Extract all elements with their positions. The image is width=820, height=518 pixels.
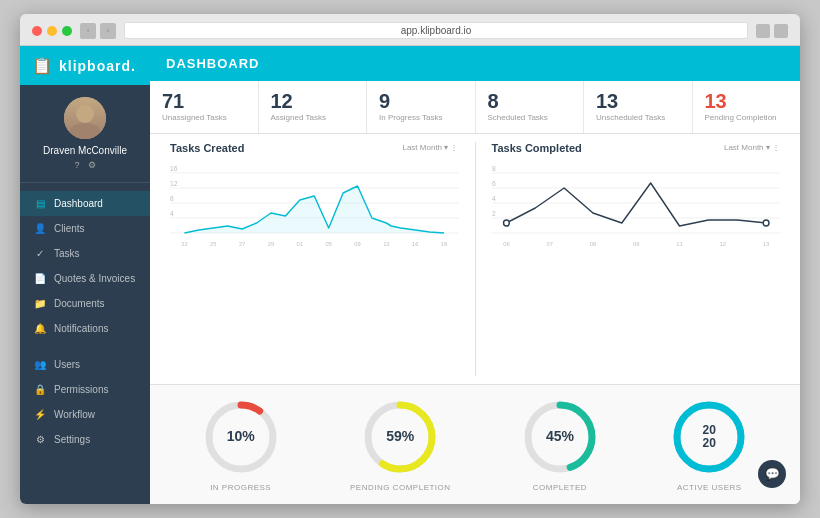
svg-text:6: 6 — [492, 179, 496, 186]
back-button[interactable]: ‹ — [80, 23, 96, 39]
sidebar-item-users[interactable]: 👥 Users — [20, 352, 150, 377]
nav-label: Clients — [54, 223, 85, 234]
svg-text:25: 25 — [210, 240, 217, 246]
stat-unscheduled: 13 Unscheduled Tasks — [584, 81, 693, 133]
settings-icon[interactable]: ⚙ — [88, 160, 96, 170]
tasks-icon: ✓ — [34, 248, 46, 259]
gauge-activeusers: 2020 ACTIVE USERS — [669, 397, 749, 492]
nav-section-label — [20, 341, 150, 352]
svg-text:08: 08 — [589, 240, 596, 246]
svg-text:05: 05 — [325, 240, 332, 246]
sidebar: 📋 klipboard. Draven McConville ? ⚙ ▤ Das… — [20, 46, 150, 504]
browser-window: ‹ › app.klipboard.io 📋 klipboard. Draven… — [20, 14, 800, 504]
chart-header: Tasks Completed Last Month ▾ ⋮ — [492, 142, 781, 154]
svg-text:18: 18 — [441, 240, 448, 246]
nav-label: Workflow — [54, 409, 95, 420]
nav-label: Documents — [54, 298, 105, 309]
browser-dots — [32, 26, 72, 36]
app-container: 📋 klipboard. Draven McConville ? ⚙ ▤ Das… — [20, 46, 800, 504]
avatar-face — [64, 97, 106, 139]
close-dot[interactable] — [32, 26, 42, 36]
stat-number: 13 — [705, 91, 789, 111]
tasks-created-svg: 16 12 8 4 22 25 27 29 01 — [170, 158, 459, 248]
gauge-label: PENDING COMPLETION — [350, 483, 451, 492]
main-content: DASHBOARD 71 Unassigned Tasks 12 Assigne… — [150, 46, 800, 504]
stat-scheduled: 8 Scheduled Tasks — [476, 81, 585, 133]
chart-title: Tasks Completed — [492, 142, 582, 154]
gauge-label: IN PROGRESS — [210, 483, 271, 492]
nav-label: Notifications — [54, 323, 108, 334]
browser-chrome: ‹ › app.klipboard.io — [20, 14, 800, 46]
svg-text:22: 22 — [181, 240, 187, 246]
sidebar-item-settings[interactable]: ⚙ Settings — [20, 427, 150, 452]
gauge-completed: 45% COMPLETED — [520, 397, 600, 492]
sidebar-item-tasks[interactable]: ✓ Tasks — [20, 241, 150, 266]
stat-number: 9 — [379, 91, 463, 111]
gauge-value: 59% — [386, 429, 414, 444]
gauge-pending: 59% PENDING COMPLETION — [350, 397, 451, 492]
notifications-icon: 🔔 — [34, 323, 46, 334]
chart-container: 16 12 8 4 22 25 27 29 01 — [170, 158, 459, 248]
browser-actions — [756, 24, 788, 38]
svg-text:2: 2 — [492, 209, 496, 216]
stat-number: 8 — [488, 91, 572, 111]
svg-text:29: 29 — [268, 240, 274, 246]
charts-row: Tasks Created Last Month ▾ ⋮ 16 — [150, 134, 800, 384]
stat-number: 12 — [271, 91, 355, 111]
chat-bubble-icon[interactable]: 💬 — [758, 460, 786, 488]
forward-button[interactable]: › — [100, 23, 116, 39]
users-icon: 👥 — [34, 359, 46, 370]
nav-label: Dashboard — [54, 198, 103, 209]
stat-number: 71 — [162, 91, 246, 111]
sidebar-item-documents[interactable]: 📁 Documents — [20, 291, 150, 316]
maximize-dot[interactable] — [62, 26, 72, 36]
svg-text:8: 8 — [492, 164, 496, 171]
share-button[interactable] — [756, 24, 770, 38]
main-header: DASHBOARD — [150, 46, 800, 81]
chart-filter[interactable]: Last Month ▾ ⋮ — [724, 143, 780, 152]
logo-icon: 📋 — [32, 56, 53, 75]
gauge-inprogress: 10% IN PROGRESS — [201, 397, 281, 492]
gauges-row: 10% IN PROGRESS 59% PENDING COMPLETION — [150, 384, 800, 504]
stat-label: Unassigned Tasks — [162, 113, 246, 123]
stat-label: Scheduled Tasks — [488, 113, 572, 123]
sidebar-item-quotes[interactable]: 📄 Quotes & Invoices — [20, 266, 150, 291]
url-bar[interactable]: app.klipboard.io — [124, 22, 748, 39]
quotes-icon: 📄 — [34, 273, 46, 284]
tabs-button[interactable] — [774, 24, 788, 38]
stat-pending: 13 Pending Completion — [693, 81, 801, 133]
avatar — [64, 97, 106, 139]
sidebar-item-permissions[interactable]: 🔒 Permissions — [20, 377, 150, 402]
minimize-dot[interactable] — [47, 26, 57, 36]
gauge-value: 45% — [546, 429, 574, 444]
svg-text:8: 8 — [170, 194, 174, 201]
sidebar-item-dashboard[interactable]: ▤ Dashboard — [20, 191, 150, 216]
sidebar-item-workflow[interactable]: ⚡ Workflow — [20, 402, 150, 427]
stat-number: 13 — [596, 91, 680, 111]
stats-row: 71 Unassigned Tasks 12 Assigned Tasks 9 … — [150, 81, 800, 134]
profile-icons: ? ⚙ — [74, 160, 95, 170]
gauge-circle: 59% — [360, 397, 440, 477]
gauge-circle: 10% — [201, 397, 281, 477]
svg-text:11: 11 — [676, 240, 682, 246]
svg-text:4: 4 — [170, 209, 174, 216]
stat-inprogress: 9 In Progress Tasks — [367, 81, 476, 133]
permissions-icon: 🔒 — [34, 384, 46, 395]
svg-text:27: 27 — [239, 240, 245, 246]
help-icon[interactable]: ? — [74, 160, 79, 170]
sidebar-item-notifications[interactable]: 🔔 Notifications — [20, 316, 150, 341]
svg-text:13: 13 — [383, 240, 390, 246]
nav-label: Quotes & Invoices — [54, 273, 135, 284]
browser-nav: ‹ › — [80, 23, 116, 39]
svg-text:09: 09 — [633, 240, 639, 246]
stat-label: Assigned Tasks — [271, 113, 355, 123]
sidebar-item-clients[interactable]: 👤 Clients — [20, 216, 150, 241]
chart-header: Tasks Created Last Month ▾ ⋮ — [170, 142, 459, 154]
stat-assigned: 12 Assigned Tasks — [259, 81, 368, 133]
dashboard-icon: ▤ — [34, 198, 46, 209]
tasks-completed-svg: 8 6 4 2 06 07 08 — [492, 158, 781, 248]
chart-filter[interactable]: Last Month ▾ ⋮ — [402, 143, 458, 152]
chart-divider — [475, 142, 476, 376]
svg-text:06: 06 — [503, 240, 510, 246]
tasks-created-chart: Tasks Created Last Month ▾ ⋮ 16 — [162, 142, 467, 376]
